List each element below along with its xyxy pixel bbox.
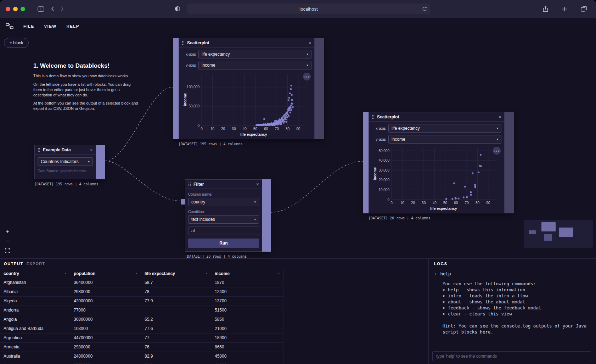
tab-output[interactable]: OUTPUT (4, 262, 23, 266)
svg-text:0: 0 (197, 124, 199, 128)
svg-text:0: 0 (387, 198, 389, 202)
zoom-in-button[interactable]: + (4, 229, 11, 236)
tabs-overview-icon[interactable] (581, 6, 587, 12)
back-button[interactable] (51, 6, 54, 12)
fit-view-button[interactable] (4, 247, 11, 254)
y-axis-select[interactable]: income ▾ (388, 135, 501, 144)
menu-item-help[interactable]: HELP (67, 24, 79, 28)
logs-content: ›helpYou can use the following commands:… (429, 269, 592, 335)
block-filter: Filter × Column name: country ▾ Conditio… (185, 179, 271, 258)
table-cell: 77.9 (141, 297, 211, 306)
welcome-paragraph: At the bottom you can see the output of … (33, 101, 138, 111)
output-port[interactable] (96, 145, 105, 179)
chevron-down-icon: ▾ (254, 200, 256, 204)
minimize-window-button[interactable] (13, 7, 18, 11)
svg-text:50,000: 50,000 (189, 104, 199, 108)
dataset-select[interactable]: Countries Indicators ▾ (38, 157, 93, 166)
run-button[interactable]: Run (188, 239, 259, 248)
flow-canvas[interactable]: + block 1. Welcome to Datablocks! This i… (0, 34, 596, 258)
table-row: Antigua and Barbuda10300077.621000 (0, 324, 283, 334)
table-cell: Australia (0, 352, 70, 361)
welcome-title: 1. Welcome to Datablocks! (33, 62, 138, 69)
svg-text:life expectancy: life expectancy (240, 132, 267, 136)
data-source-label: Data Source: gapminder.com (38, 169, 93, 173)
svg-text:income: income (373, 167, 377, 180)
bottom-panel: OUTPUTEXPORT country▴population▴life exp… (0, 258, 596, 364)
table-cell: 77 (141, 334, 211, 342)
block-drag-handle[interactable]: Example Data × (35, 145, 96, 155)
svg-text:10,000: 10,000 (378, 188, 389, 192)
add-block-button[interactable]: + block (4, 38, 29, 48)
table-cell: 44600 (211, 361, 283, 364)
column-header[interactable]: life expectancy▴ (141, 269, 211, 278)
table-cell: 77000 (70, 306, 141, 315)
table-cell: 1870 (211, 278, 283, 287)
share-icon[interactable] (542, 6, 549, 12)
close-icon[interactable]: × (90, 147, 93, 152)
filter-value-input[interactable] (188, 226, 259, 235)
input-port[interactable] (181, 199, 185, 205)
column-header[interactable]: population▴ (70, 269, 141, 278)
address-bar[interactable]: localhost (187, 4, 430, 14)
menu-items: FILEVIEWHELP (23, 24, 79, 28)
column-header[interactable]: income▴ (211, 269, 283, 278)
zoom-out-button[interactable]: − (4, 238, 11, 245)
close-icon[interactable]: × (256, 182, 259, 187)
svg-text:20: 20 (221, 127, 225, 131)
svg-text:70: 70 (465, 201, 469, 205)
log-line: > feedback - shows the feedback modal (434, 305, 587, 311)
chart-menu-button[interactable]: ●●● (303, 73, 311, 80)
refresh-icon[interactable] (422, 6, 427, 11)
chart-menu-button[interactable]: ●●● (493, 147, 501, 155)
table-cell: 30800000 (70, 315, 141, 324)
logs-command-input[interactable] (432, 351, 591, 361)
svg-text:40,000: 40,000 (378, 158, 389, 162)
minimap[interactable] (524, 220, 593, 248)
x-axis-select[interactable]: life expectancy ▾ (198, 50, 311, 58)
welcome-paragraph: This is a demo flow to show you how data… (33, 73, 138, 79)
close-icon[interactable]: × (499, 114, 501, 119)
input-port[interactable] (173, 38, 179, 139)
forward-button[interactable] (61, 6, 64, 12)
svg-text:80: 80 (476, 201, 480, 205)
block-example-data: Example Data × Countries Indicators ▾ Da… (34, 145, 105, 186)
dataset-info: [DATASET] 20 rows | 4 columns (369, 216, 514, 220)
column-header[interactable]: country▴ (0, 269, 70, 278)
y-axis-select[interactable]: income ▾ (198, 61, 311, 69)
tab-export[interactable]: EXPORT (27, 262, 45, 266)
table-cell: Afghanistan (0, 278, 70, 287)
drag-handle-icon (38, 148, 40, 152)
log-line: > intro - loads the intro a flow (434, 293, 587, 299)
dataset-info: [DATASET] 195 rows | 4 columns (179, 142, 324, 146)
condition-label: Condition: (188, 209, 259, 214)
y-axis-label: y-axis (372, 137, 386, 141)
table-cell: 8660 (211, 343, 283, 352)
close-icon[interactable]: × (309, 40, 311, 45)
shield-icon[interactable] (175, 6, 180, 12)
table-cell: 82.9 (141, 352, 211, 361)
condition-select[interactable]: text includes ▾ (188, 215, 259, 224)
block-drag-handle[interactable]: Scatterplot × (179, 38, 314, 47)
menu-item-view[interactable]: VIEW (44, 24, 57, 28)
table-row: Angola3080000065.25850 (0, 315, 283, 324)
close-window-button[interactable] (6, 7, 10, 11)
column-select[interactable]: country ▾ (188, 198, 259, 206)
table-cell: 44700000 (70, 334, 141, 342)
sidebar-toggle-icon[interactable] (38, 6, 44, 12)
block-title: Filter (193, 182, 254, 187)
x-axis-select[interactable]: life expectancy ▾ (388, 124, 501, 133)
menu-item-file[interactable]: FILE (23, 24, 34, 28)
output-port[interactable] (505, 112, 514, 213)
table-cell: 45800 (211, 352, 283, 361)
block-drag-handle[interactable]: Scatterplot × (369, 112, 504, 122)
chevron-down-icon: ▾ (254, 218, 256, 221)
svg-text:20: 20 (411, 201, 415, 205)
block-drag-handle[interactable]: Filter × (185, 180, 262, 189)
output-port[interactable] (262, 179, 271, 252)
table-cell: Armenia (0, 343, 70, 352)
output-port[interactable] (315, 38, 324, 139)
input-port[interactable] (363, 112, 369, 213)
new-tab-icon[interactable] (562, 6, 567, 12)
x-axis-label: x-axis (182, 52, 196, 56)
zoom-window-button[interactable] (21, 7, 25, 11)
